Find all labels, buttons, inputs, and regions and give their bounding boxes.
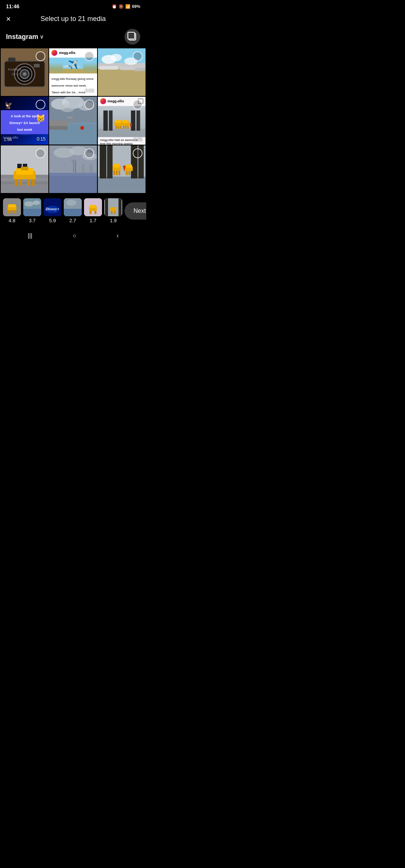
cat-emoji: 😸	[36, 114, 45, 123]
svg-rect-93	[100, 145, 106, 178]
home-button[interactable]: ○	[68, 231, 81, 241]
svg-rect-26	[118, 68, 123, 69]
thumb-label-3: 5.9	[49, 218, 56, 223]
svg-rect-85	[49, 173, 97, 193]
svg-rect-100	[116, 171, 118, 175]
source-selector-button[interactable]: Instagram ∨	[6, 33, 44, 41]
svg-rect-114	[23, 209, 41, 216]
svg-rect-13	[64, 66, 65, 66]
media-cell-robot-post[interactable]: megg.ellis	[98, 97, 146, 144]
svg-rect-75	[32, 179, 34, 186]
svg-rect-131	[118, 198, 122, 216]
video-time-disney: 1:56	[4, 137, 12, 142]
svg-rect-71	[21, 166, 28, 170]
menu-icon: |||	[28, 232, 32, 239]
svg-rect-122	[64, 209, 82, 216]
svg-rect-45	[68, 117, 73, 118]
back-button[interactable]: ‹	[112, 231, 123, 241]
thumb-label-2: 3.7	[29, 218, 36, 223]
svg-rect-92	[98, 177, 146, 193]
menu-button[interactable]: |||	[23, 231, 37, 241]
thumb-label-6: 1.9	[110, 218, 117, 223]
duration-disney: 0:15	[37, 136, 45, 142]
svg-point-38	[60, 103, 75, 112]
svg-rect-47	[103, 111, 108, 131]
status-time: 11:46	[6, 3, 20, 9]
select-circle-airport[interactable]	[133, 51, 142, 61]
thumbnail-4[interactable]: 2.7	[64, 198, 82, 223]
thumb-label-4: 2.7	[69, 218, 76, 223]
svg-rect-112	[14, 210, 16, 213]
svg-rect-66	[1, 182, 48, 184]
media-cell-harbor[interactable]	[49, 97, 97, 144]
svg-point-116	[33, 201, 40, 205]
bird-emoji: 🦅	[4, 101, 13, 109]
media-cell-disney[interactable]: Disney + A look at the epicDisney+ SA la…	[1, 97, 48, 144]
back-icon: ‹	[117, 232, 118, 239]
thumb-img-6	[104, 198, 122, 216]
svg-rect-101	[118, 171, 120, 175]
svg-point-123	[66, 200, 76, 206]
media-cell-camera[interactable]: FUJIFILM INSTAX	[1, 48, 48, 96]
chevron-down-icon: ∨	[40, 34, 44, 40]
select-circle-airplane-post[interactable]	[84, 51, 94, 61]
thumbnail-3[interactable]: Disney+ 5.9	[44, 198, 62, 223]
svg-point-115	[24, 201, 33, 207]
battery-text: 69%	[132, 4, 140, 9]
thumbnail-2[interactable]: 3.7	[23, 198, 41, 223]
svg-rect-94	[107, 145, 112, 178]
thumb-img-1	[3, 198, 21, 216]
close-button[interactable]: ×	[6, 15, 11, 23]
status-bar: 11:46 ⏰ 🔕 📶 69%	[0, 0, 146, 11]
svg-rect-41	[49, 121, 68, 126]
home-icon: ○	[73, 232, 76, 239]
media-cell-airport[interactable]	[98, 48, 146, 96]
svg-rect-81	[79, 166, 82, 173]
status-icons: ⏰ 🔕 📶 69%	[112, 4, 140, 9]
svg-rect-6	[8, 57, 16, 62]
source-label: Instagram	[6, 33, 38, 41]
svg-rect-109	[8, 204, 16, 207]
media-cell-airplane-post[interactable]: megg.ellis ✈️ megg.ellis Ru	[49, 48, 97, 96]
svg-rect-54	[118, 126, 119, 129]
svg-rect-60	[127, 126, 129, 129]
svg-rect-50	[136, 111, 140, 131]
media-cell-robot-dog[interactable]	[1, 145, 48, 193]
mute-icon: 🔕	[118, 4, 124, 9]
svg-rect-82	[82, 164, 84, 173]
svg-point-5	[23, 72, 27, 76]
duration-robot: 0:05	[134, 136, 142, 142]
select-circle-statue-robot[interactable]	[133, 148, 142, 158]
svg-rect-74	[27, 179, 30, 186]
thumbnail-1[interactable]: 4.8	[3, 198, 21, 223]
svg-rect-104	[126, 165, 132, 168]
insta-post-username: megg.ellis	[59, 51, 75, 55]
svg-rect-42	[49, 126, 68, 130]
media-cell-harbor2[interactable]	[49, 145, 97, 193]
multi-select-button[interactable]	[124, 29, 140, 45]
media-cell-statue-robot[interactable]	[98, 145, 146, 193]
thumb-img-2	[23, 198, 41, 216]
select-circle-robot-dog[interactable]	[36, 148, 45, 158]
thumb-img-3: Disney+	[44, 198, 62, 216]
svg-rect-19	[98, 69, 146, 96]
svg-point-43	[81, 126, 84, 130]
duration-airplane: 0:03	[85, 88, 94, 93]
select-circle-harbor2[interactable]	[84, 148, 94, 158]
multi-select-icon	[129, 33, 136, 40]
next-button[interactable]: Next ›	[124, 202, 146, 220]
thumbnail-5[interactable]: 1.7	[84, 198, 102, 223]
svg-text:INSTAX: INSTAX	[12, 73, 20, 75]
svg-rect-72	[15, 179, 18, 186]
svg-rect-133	[111, 211, 112, 214]
select-circle-harbor[interactable]	[84, 100, 94, 109]
header: × Select up to 21 media	[0, 11, 146, 26]
svg-rect-59	[125, 126, 126, 129]
svg-rect-98	[114, 164, 120, 168]
alarm-icon: ⏰	[112, 4, 117, 9]
svg-rect-134	[114, 211, 116, 214]
thumb-img-5	[84, 198, 102, 216]
thumbnail-6[interactable]: 1.9	[104, 198, 122, 223]
media-grid: FUJIFILM INSTAX megg.ellis	[0, 48, 146, 193]
thumb-label-1: 4.8	[9, 218, 15, 223]
